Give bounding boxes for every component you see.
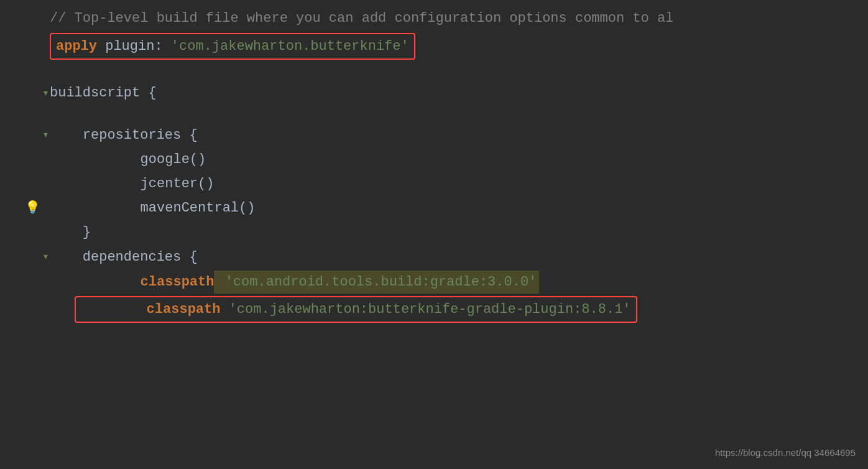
apply-redbox: apply plugin: 'com.jakewharton.butterkni… (50, 33, 415, 60)
classpath1-keyword: classpath (75, 271, 214, 293)
repositories-text: repositories { (50, 124, 198, 146)
repositories-line: ▾ repositories { (37, 123, 868, 147)
apply-string: 'com.jakewharton.butterknife' (171, 39, 409, 54)
classpath2-string: 'com.jakewharton:butterknife-gradle-plug… (220, 302, 630, 317)
close-repos-text: } (50, 221, 91, 243)
jcenter-line: jcenter() (37, 172, 868, 196)
apply-line: apply plugin: 'com.jakewharton.butterkni… (37, 30, 868, 62)
jcenter-text: jcenter() (75, 173, 214, 195)
maven-line: 💡 mavenCentral() (37, 196, 868, 220)
lightbulb-icon: 💡 (25, 198, 40, 218)
close-repos-line: } (37, 220, 868, 244)
fold-arrow-deps: ▾ (42, 248, 49, 266)
empty-line-1 (37, 62, 868, 81)
comment-line: // Top-level build file where you can ad… (37, 6, 868, 30)
apply-rest: plugin: (97, 39, 171, 54)
watermark: https://blog.csdn.net/qq 34664695 (715, 447, 856, 458)
fold-arrow-buildscript: ▾ (42, 85, 49, 103)
dependencies-line: ▾ dependencies { (37, 245, 868, 269)
google-text: google() (75, 149, 206, 170)
fold-arrow-repos: ▾ (42, 126, 49, 144)
apply-keyword: apply (56, 39, 97, 54)
code-editor: // Top-level build file where you can ad… (0, 0, 868, 330)
comment-text: // Top-level build file where you can ad… (50, 7, 673, 29)
classpath2-keyword: classpath (81, 302, 220, 317)
dependencies-text: dependencies { (50, 246, 198, 268)
classpath1-string: 'com.android.tools.build:gradle:3.0.0' (214, 271, 539, 294)
buildscript-text: buildscript { (50, 82, 157, 104)
classpath2-line: classpath 'com.jakewharton:butterknife-g… (37, 295, 868, 324)
classpath1-line: classpath 'com.android.tools.build:gradl… (37, 269, 868, 295)
google-line: google() (37, 147, 868, 172)
classpath2-redbox: classpath 'com.jakewharton:butterknife-g… (75, 296, 637, 323)
empty-line-2 (37, 106, 868, 123)
maven-text: mavenCentral() (75, 197, 255, 219)
buildscript-line: ▾ buildscript { (37, 81, 868, 105)
